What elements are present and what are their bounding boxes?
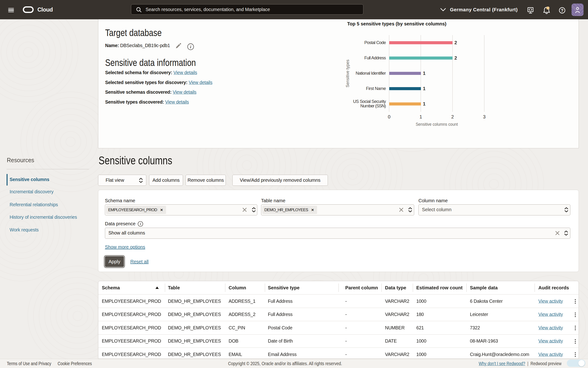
svg-text:1: 1	[419, 114, 422, 119]
svg-text:Postal Code: Postal Code	[364, 40, 386, 45]
svg-text:National Identifier: National Identifier	[356, 71, 386, 76]
svg-text:Sensitive columns count: Sensitive columns count	[416, 122, 458, 127]
svg-text:2: 2	[451, 114, 454, 119]
svg-text:i: i	[190, 45, 191, 49]
svg-text:1: 1	[423, 86, 425, 91]
svg-text:First Name: First Name	[366, 86, 386, 91]
svg-text:US Social Security: US Social Security	[353, 99, 386, 104]
svg-text:3: 3	[483, 114, 485, 119]
svg-text:2: 2	[454, 55, 457, 61]
svg-text:1: 1	[423, 71, 425, 76]
svg-text:Full Address: Full Address	[364, 55, 386, 60]
svg-text:Number (SSN): Number (SSN)	[360, 103, 386, 108]
svg-text:i: i	[140, 222, 141, 226]
svg-text:2: 2	[454, 40, 457, 45]
svg-text:1: 1	[423, 101, 425, 106]
svg-text:Sensitive types: Sensitive types	[345, 60, 350, 87]
svg-text:0: 0	[388, 114, 390, 119]
svg-text:?: ?	[561, 8, 563, 13]
